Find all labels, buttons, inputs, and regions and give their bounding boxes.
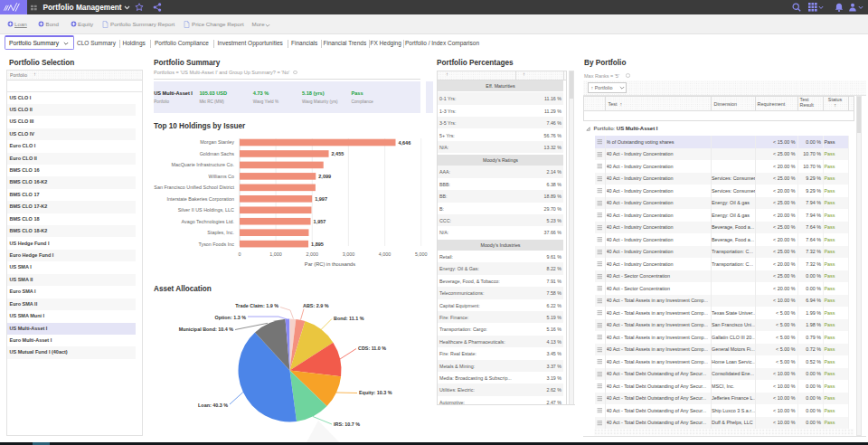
svg-text:5,000: 5,000: [415, 251, 428, 257]
svg-text:4,000: 4,000: [379, 251, 392, 257]
svg-text:ABS: 2.9 %: ABS: 2.9 %: [303, 303, 329, 308]
svg-text:Staples, Inc.: Staples, Inc.: [207, 230, 234, 235]
svg-text:San Francisco Unified School D: San Francisco Unified School District: [154, 185, 234, 190]
svg-text:1,000: 1,000: [269, 251, 282, 257]
svg-text:Interstate Bakeries Corporatio: Interstate Bakeries Corporation: [166, 196, 234, 202]
svg-text:CDS: 11.0 %: CDS: 11.0 %: [358, 346, 386, 351]
svg-text:4,646: 4,646: [398, 140, 410, 146]
svg-text:Morgan Stanley: Morgan Stanley: [200, 139, 234, 145]
svg-text:Municipal Bond: 10.4 %: Municipal Bond: 10.4 %: [179, 327, 233, 332]
svg-text:Par (RC) in thousands: Par (RC) in thousands: [305, 261, 355, 267]
svg-text:3,000: 3,000: [343, 251, 355, 257]
svg-text:Bond: 11.1 %: Bond: 11.1 %: [334, 316, 364, 321]
svg-text:Equity: 10.3 %: Equity: 10.3 %: [359, 390, 392, 395]
svg-text:Goldman Sachs: Goldman Sachs: [200, 151, 235, 156]
svg-text:1,895: 1,895: [311, 241, 324, 247]
svg-text:Option: 1.3 %: Option: 1.3 %: [215, 315, 247, 320]
svg-text:MacQuarie Infrastructure Co.: MacQuarie Infrastructure Co.: [171, 162, 234, 167]
svg-text:2,455: 2,455: [332, 151, 344, 156]
svg-text:2,000: 2,000: [307, 251, 319, 257]
svg-text:Williams Co: Williams Co: [209, 174, 234, 179]
svg-text:1,997: 1,997: [315, 196, 327, 202]
svg-text:2,099: 2,099: [318, 174, 331, 179]
svg-text:Tyson Foods Inc: Tyson Foods Inc: [198, 241, 234, 247]
svg-text:IRS: 10.7 %: IRS: 10.7 %: [334, 421, 360, 427]
svg-text:1,957: 1,957: [314, 219, 326, 224]
svg-text:Avago Technologies Ltd.: Avago Technologies Ltd.: [181, 219, 234, 224]
svg-text:Loan: 40.3 %: Loan: 40.3 %: [198, 402, 228, 408]
svg-text:0: 0: [239, 251, 241, 257]
svg-text:Trade Claim: 1.9 %: Trade Claim: 1.9 %: [235, 303, 278, 308]
svg-text:Silver II US Holdings, LLC: Silver II US Holdings, LLC: [178, 207, 234, 213]
